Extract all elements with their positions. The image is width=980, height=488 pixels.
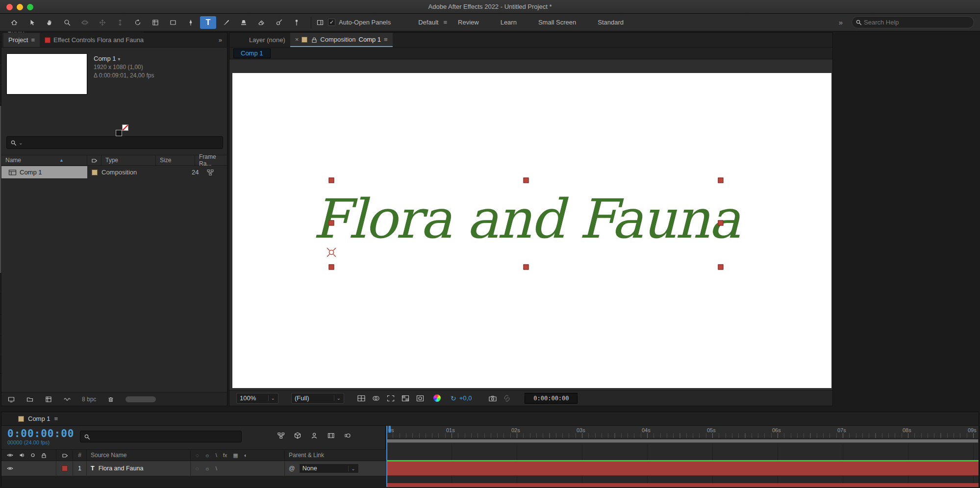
panel-scrollbar[interactable] [126, 396, 156, 402]
roto-brush-tool[interactable] [271, 16, 287, 29]
selection-tool[interactable] [24, 16, 40, 29]
audio-speaker-icon[interactable] [19, 452, 25, 459]
playhead-line[interactable] [386, 426, 387, 487]
pen-tool[interactable] [182, 16, 199, 29]
search-options-caret-icon[interactable]: ⌄ [19, 140, 23, 146]
quality-switch-icon[interactable]: \ [216, 452, 217, 458]
column-type[interactable]: Type [101, 155, 156, 165]
show-snapshot-icon[interactable] [503, 394, 512, 402]
project-item-name-cell[interactable]: Comp 1 [1, 166, 87, 178]
viewer-panel-menu-icon[interactable]: ≡ [384, 36, 388, 43]
tab-composition-viewer[interactable]: × Composition Comp 1 ≡ [290, 33, 393, 47]
text-layer-content[interactable]: Flora and Fauna [313, 188, 739, 250]
video-eye-icon[interactable] [6, 452, 14, 459]
new-composition-icon[interactable] [45, 395, 52, 403]
comp-label-swatch[interactable] [92, 170, 98, 175]
selection-handle-top-left[interactable] [329, 178, 334, 183]
type-tool[interactable]: T [200, 16, 216, 29]
pan-behind-tool[interactable] [147, 16, 163, 29]
anchor-point-icon[interactable] [325, 245, 338, 259]
puppet-pin-tool[interactable] [288, 16, 304, 29]
region-of-interest-icon[interactable] [386, 394, 395, 402]
fill-stroke-swatches[interactable] [116, 124, 128, 136]
current-time-display[interactable]: 0:00:00:00 [7, 428, 74, 439]
brush-tool[interactable] [218, 16, 234, 29]
reset-exposure-icon[interactable]: ↻ [451, 394, 456, 402]
clone-stamp-tool[interactable] [235, 16, 251, 29]
effects-switch-icon[interactable]: fx [223, 452, 227, 458]
workspace-standard[interactable]: Standard [598, 19, 624, 26]
comp-info-chevron-icon[interactable]: ▾ [118, 56, 120, 62]
grid-guides-icon[interactable] [357, 394, 366, 402]
workspace-default[interactable]: Default [418, 19, 438, 26]
project-search-input[interactable] [25, 139, 219, 146]
layer-shy-switch-icon[interactable]: ◌ [196, 465, 199, 471]
selection-handle-bottom-right[interactable] [718, 265, 724, 270]
color-management-icon[interactable] [433, 394, 441, 402]
project-tab-overflow-icon[interactable]: » [214, 33, 227, 47]
layer-name[interactable]: Flora and Fauna [99, 465, 144, 472]
parent-dropdown[interactable]: None ⌄ [299, 464, 359, 473]
timeline-search-box[interactable] [80, 431, 242, 442]
selection-handle-mid-right[interactable] [718, 220, 724, 226]
snapshot-camera-icon[interactable] [488, 394, 497, 402]
layer-collapse-switch-icon[interactable]: ☼ [205, 465, 210, 471]
selection-handle-bottom-left[interactable] [329, 265, 334, 270]
shape-tool[interactable] [165, 16, 181, 29]
hand-tool[interactable] [41, 16, 57, 29]
close-tab-icon[interactable]: × [295, 36, 299, 43]
layer-duration-bar[interactable] [386, 461, 979, 476]
home-button[interactable] [6, 16, 22, 29]
solo-icon[interactable] [30, 452, 36, 458]
project-panel-menu-icon[interactable]: ≡ [31, 36, 35, 44]
transparency-grid-icon[interactable] [401, 394, 410, 402]
search-help-input[interactable] [864, 19, 970, 26]
playhead-handle[interactable] [386, 426, 391, 433]
auto-open-panels-checkbox[interactable]: ✓ [328, 19, 335, 26]
column-name[interactable]: Name ▲ [1, 155, 87, 165]
timeline-track-area[interactable]: 0s 01s 02s 03s 04s 05s 06s 07s 08s 09s [386, 426, 979, 487]
bpc-label[interactable]: 8 bpc [82, 396, 96, 403]
mask-visibility-icon[interactable] [416, 394, 425, 402]
shy-switch-icon[interactable]: ◌ [196, 452, 199, 458]
motion-blur-icon[interactable] [344, 432, 352, 439]
color-depth-icon[interactable] [63, 395, 71, 403]
eraser-tool[interactable] [253, 16, 269, 29]
column-frame-rate[interactable]: Frame Ra... [195, 155, 227, 165]
sort-ascending-icon[interactable]: ▲ [59, 158, 64, 163]
tab-layer-viewer[interactable]: Layer (none) [244, 33, 290, 47]
preview-timecode[interactable]: 0:00:00:00 [525, 393, 578, 404]
draft-3d-icon[interactable] [294, 432, 302, 439]
project-item-row[interactable]: Comp 1 Composition 24 [1, 166, 227, 178]
viewer-subtab-comp1[interactable]: Comp 1 [233, 49, 271, 58]
work-area-bar[interactable] [386, 439, 979, 443]
motion-blur-switch-icon[interactable]: ◐ [244, 452, 248, 458]
selection-handle-bottom-center[interactable] [524, 265, 529, 270]
composition-viewport[interactable]: Flora and Fauna [229, 60, 832, 391]
workspace-review[interactable]: Review [458, 19, 479, 26]
zoom-tool[interactable] [59, 16, 75, 29]
rotation-tool[interactable] [129, 16, 146, 29]
selection-handle-top-center[interactable] [524, 178, 529, 183]
column-label[interactable] [87, 155, 101, 165]
time-ruler[interactable]: 0s 01s 02s 03s 04s 05s 06s 07s 08s 09s [386, 426, 979, 439]
workspace-small-screen[interactable]: Small Screen [538, 19, 576, 26]
hide-shy-layers-icon[interactable] [310, 432, 319, 439]
tab-effect-controls[interactable]: Effect Controls Flora and Fauna [40, 33, 149, 47]
trash-icon[interactable] [107, 395, 115, 403]
new-folder-icon[interactable] [26, 395, 34, 403]
pickwhip-icon[interactable]: @ [289, 465, 295, 472]
collapse-switch-icon[interactable]: ☼ [205, 452, 210, 458]
tab-project[interactable]: Project ≡ [3, 33, 40, 47]
selection-handle-top-right[interactable] [718, 178, 724, 183]
composition-canvas[interactable]: Flora and Fauna [232, 73, 831, 388]
lock-icon[interactable] [310, 36, 317, 43]
exposure-value[interactable]: +0,0 [459, 394, 472, 402]
show-channel-icon[interactable] [372, 394, 380, 402]
column-size[interactable]: Size [156, 155, 195, 165]
frame-blending-icon[interactable] [327, 432, 335, 439]
label-tag-icon[interactable] [61, 452, 68, 459]
workspace-overflow-icon[interactable]: » [839, 18, 843, 26]
timeline-tab-label[interactable]: Comp 1 [28, 415, 50, 422]
search-help-box[interactable] [852, 16, 974, 28]
